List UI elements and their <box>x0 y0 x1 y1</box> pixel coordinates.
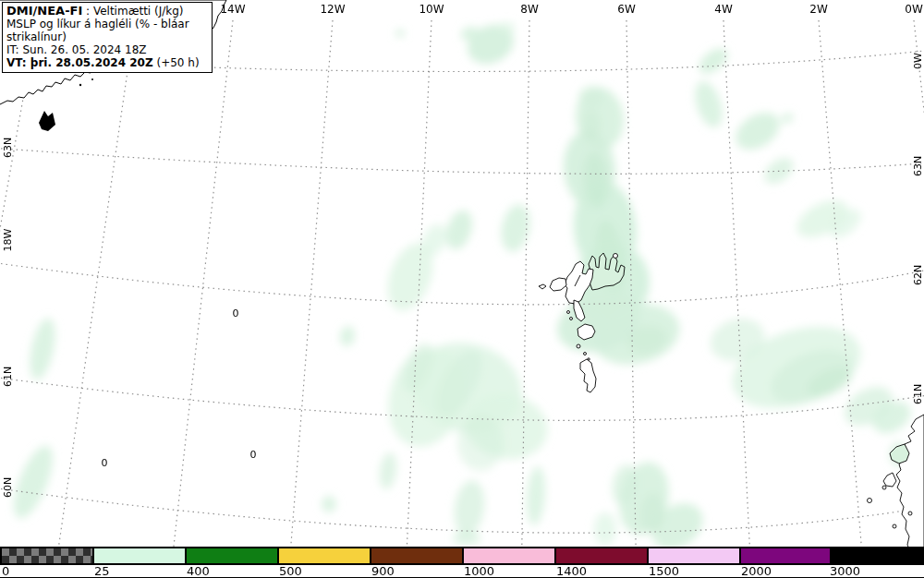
colorbar-tick-label: 1400 <box>556 564 587 578</box>
colorbar-tick-label: 2000 <box>741 564 772 578</box>
edge-label: 63N <box>912 156 924 176</box>
colorbar-segment <box>279 548 371 563</box>
longitude-label: 0W <box>905 3 923 16</box>
cape-colorbar <box>0 547 924 565</box>
longitude-label: 4W <box>714 3 733 16</box>
colorbar-segment <box>464 548 556 563</box>
longitude-label: 14W <box>220 3 245 16</box>
legend-line-4: VT: þri. 28.05.2024 20Z (+50 h) <box>6 56 207 69</box>
legend-line-2: MSLP og líkur á hagléli (% - bláar strik… <box>6 18 207 43</box>
valid-time: VT: þri. 28.05.2024 20Z <box>6 56 153 69</box>
longitude-label: 6W <box>617 3 636 16</box>
edge-label: 63N <box>2 138 14 158</box>
colorbar-tick-label: 25 <box>94 564 110 578</box>
colorbar-segment <box>649 548 741 563</box>
edge-label: 61N <box>2 367 14 387</box>
colorbar-segment <box>371 548 464 563</box>
longitude-label: 8W <box>520 3 539 16</box>
colorbar-segment <box>741 548 832 563</box>
map-canvas <box>0 0 924 547</box>
map-title-legend: DMI/NEA-FI : Veltimætti (J/kg) MSLP og l… <box>2 2 213 73</box>
cape-colorbar-labels: 02540050090010001400150020003000 <box>0 565 924 578</box>
colorbar-segment <box>832 548 922 563</box>
legend-line-3: IT: Sun. 26. 05. 2024 18Z <box>6 43 207 56</box>
edge-label: 62N <box>912 265 924 285</box>
edge-label: 61N <box>912 384 924 404</box>
colorbar-segment <box>94 548 187 563</box>
contour-label: 0 <box>102 457 108 469</box>
colorbar-segment <box>2 548 94 563</box>
colorbar-tick-label: 1500 <box>649 564 679 578</box>
colorbar-tick-label: 900 <box>371 564 395 578</box>
weather-map-screenshot: 14W12W10W8W6W4W2W0W 63N18W61N60N 0W63N62… <box>0 0 924 578</box>
longitude-label: 10W <box>419 3 444 16</box>
colorbar-segment <box>556 548 649 563</box>
edge-label: 0W <box>912 53 924 69</box>
contour-label: 0 <box>233 307 239 319</box>
colorbar-tick-label: 0 <box>2 564 9 578</box>
model-name: DMI/NEA-FI <box>6 4 82 18</box>
colorbar-tick-label: 400 <box>187 564 210 578</box>
colorbar-tick-label: 3000 <box>830 564 860 578</box>
edge-label: 18W <box>2 229 14 252</box>
sea-background <box>0 0 924 547</box>
colorbar-tick-label: 1000 <box>464 564 494 578</box>
contour-label: 0 <box>250 449 257 461</box>
longitude-label: 12W <box>320 3 345 16</box>
edge-label: 60N <box>2 477 14 498</box>
colorbar-segment <box>187 548 279 563</box>
legend-line-1: DMI/NEA-FI : Veltimætti (J/kg) <box>6 5 207 18</box>
longitude-label: 2W <box>809 3 828 16</box>
colorbar-tick-label: 500 <box>279 564 302 578</box>
